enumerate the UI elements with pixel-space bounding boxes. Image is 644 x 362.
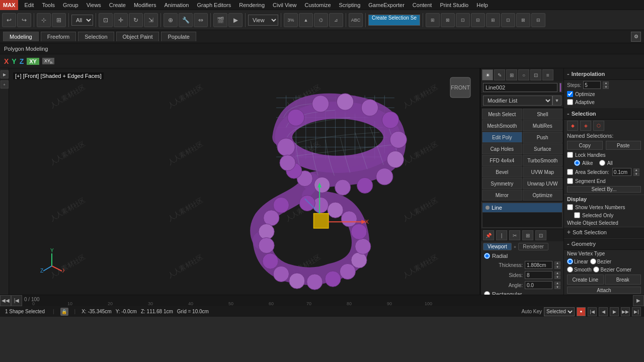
mod-mesh-select[interactable]: Mesh Select xyxy=(482,109,522,120)
optimize-checkbox[interactable] xyxy=(567,91,573,97)
select-by-btn[interactable]: Select By... xyxy=(567,186,641,193)
play-end-btn[interactable]: ▶| xyxy=(632,307,641,316)
selected-only-checkbox[interactable] xyxy=(574,212,580,218)
percent-2-btn[interactable]: ▲ xyxy=(299,13,313,27)
angle-spin-up[interactable]: ▲ xyxy=(554,282,560,285)
linear-radio[interactable] xyxy=(567,258,573,264)
render-btn[interactable]: ▶ xyxy=(228,13,243,27)
percent-3-btn[interactable]: ⌬ xyxy=(314,13,328,27)
interpolation-collapse[interactable]: - xyxy=(567,70,570,78)
menu-group[interactable]: Group xyxy=(59,0,83,10)
geometry-header[interactable]: - Geometry xyxy=(564,238,644,250)
coord-select[interactable]: View xyxy=(248,15,278,26)
extra-btn-3[interactable]: ⊡ xyxy=(456,13,470,27)
pivot-btn[interactable]: ⊕ xyxy=(164,13,178,27)
panel-tab-modify[interactable]: ✎ xyxy=(494,69,505,80)
axis-x-label[interactable]: X xyxy=(4,57,9,65)
thickness-input[interactable] xyxy=(525,261,552,269)
axis-y-label[interactable]: Y xyxy=(12,57,16,65)
mod-mirror[interactable]: Mirror xyxy=(482,190,522,201)
radial-radio[interactable] xyxy=(484,253,490,259)
play-next-frame-btn[interactable]: ▶▶ xyxy=(621,307,630,316)
mod-surface[interactable]: Surface xyxy=(523,143,563,154)
nav-cube[interactable]: FRONT xyxy=(445,72,475,103)
timeline-prev-btn[interactable]: ◀◀ xyxy=(0,295,11,306)
steps-input[interactable] xyxy=(583,81,601,89)
workspace-icon[interactable]: ⚙ xyxy=(631,32,641,42)
left-panel-btn-1[interactable]: ▶ xyxy=(1,70,9,78)
scale-btn[interactable]: ⇲ xyxy=(144,13,158,27)
auto-key-select[interactable]: Selected xyxy=(544,307,575,316)
panel-tab-utility[interactable]: ⊡ xyxy=(530,69,541,80)
select-filter-btn[interactable]: ⊡ xyxy=(99,13,113,27)
mirror-btn[interactable]: ⇔ xyxy=(194,13,208,27)
angle-spin-down[interactable]: ▼ xyxy=(554,286,560,289)
timeline-play-btn[interactable]: ▶ xyxy=(633,295,644,306)
steps-spin-down[interactable]: ▼ xyxy=(603,85,609,89)
alike-radio[interactable] xyxy=(574,160,580,166)
timeline-frame-start[interactable]: |◀ xyxy=(11,295,22,306)
tab-selection[interactable]: Selection xyxy=(78,32,114,41)
menu-modifiers[interactable]: Modifiers xyxy=(130,0,160,10)
selection-collapse[interactable]: - xyxy=(567,110,570,118)
extra-btn-4[interactable]: ⊟ xyxy=(471,13,485,27)
mod-meshsmooth[interactable]: MeshSmooth xyxy=(482,120,522,131)
rotate-btn[interactable]: ↻ xyxy=(129,13,143,27)
copy-btn[interactable]: Copy xyxy=(567,141,603,150)
menu-graph-editors[interactable]: Graph Editors xyxy=(193,0,235,10)
menu-content[interactable]: Content xyxy=(409,0,436,10)
area-spin-up[interactable]: ▲ xyxy=(633,168,639,172)
steps-spin-up[interactable]: ▲ xyxy=(603,81,609,85)
soft-selection-header[interactable]: + Soft Selection xyxy=(564,227,644,238)
modifier-list-arrow[interactable]: ▼ xyxy=(552,96,561,106)
smooth-radio[interactable] xyxy=(567,266,573,273)
snap-btn[interactable]: 🔧 xyxy=(179,13,193,27)
mod-optimize[interactable]: Optimize xyxy=(523,190,563,201)
mod-bevel[interactable]: Bevel xyxy=(482,166,522,177)
play-btn[interactable]: ▶ xyxy=(610,307,619,316)
menu-civil-view[interactable]: Civil View xyxy=(269,0,300,10)
sel-vertex-icon[interactable]: ◆ xyxy=(567,121,578,131)
mod-edit-poly[interactable]: Edit Poly xyxy=(482,132,522,143)
extra-btn-6[interactable]: ⊡ xyxy=(501,13,515,27)
sides-input[interactable] xyxy=(525,271,552,279)
create-selection-btn[interactable]: Create Selection Se xyxy=(368,15,420,26)
area-selection-input[interactable] xyxy=(612,168,631,176)
stack-pin-btn[interactable]: 📌 xyxy=(483,230,494,240)
key-btn[interactable]: ● xyxy=(577,307,586,316)
move-btn[interactable]: ✛ xyxy=(114,13,128,27)
select-region-btn[interactable]: ⊞ xyxy=(52,13,66,27)
create-line-btn[interactable]: Create Line xyxy=(567,275,604,285)
thickness-spin-up[interactable]: ▲ xyxy=(554,261,560,265)
menu-create[interactable]: Create xyxy=(105,0,130,10)
extra-btn-5[interactable]: ⊞ xyxy=(486,13,500,27)
menu-customize[interactable]: Customize xyxy=(301,0,335,10)
menu-views[interactable]: Views xyxy=(83,0,105,10)
mod-symmetry[interactable]: Symmetry xyxy=(482,178,522,189)
menu-tools[interactable]: Tools xyxy=(38,0,59,10)
mod-push[interactable]: Push xyxy=(523,132,563,143)
stack-paste-btn[interactable]: ⊡ xyxy=(535,230,546,240)
render-tab-renderer[interactable]: Renderer xyxy=(518,243,548,250)
rectangular-radio[interactable] xyxy=(484,291,490,295)
menu-animation[interactable]: Animation xyxy=(160,0,193,10)
render-setup-btn[interactable]: 🎬 xyxy=(213,13,227,27)
sel-edge-icon[interactable]: ◈ xyxy=(580,121,591,131)
mode-select[interactable]: All xyxy=(71,15,93,26)
tab-object-paint[interactable]: Object Paint xyxy=(116,32,159,41)
menu-help[interactable]: Help xyxy=(472,0,492,10)
extra-btn-8[interactable]: ⊟ xyxy=(531,13,545,27)
mod-uvw-map[interactable]: UVW Map xyxy=(523,166,563,177)
timeline-track[interactable]: 0 / 100 0 10 20 30 40 50 60 70 80 90 100 xyxy=(22,295,633,306)
undo-btn[interactable]: ↩ xyxy=(2,13,16,27)
angle-input[interactable] xyxy=(525,281,552,289)
bezier-radio[interactable] xyxy=(590,258,596,264)
axis-z-label[interactable]: Z xyxy=(20,57,24,65)
menu-game-exporter[interactable]: GameExporter xyxy=(364,0,409,10)
break-btn[interactable]: Break xyxy=(605,275,641,285)
stack-copy-btn[interactable]: ⊞ xyxy=(522,230,533,240)
panel-tab-hierarchy[interactable]: ⊞ xyxy=(506,69,517,80)
modifier-list-select[interactable]: Modifier List xyxy=(483,96,552,106)
mod-cap-holes[interactable]: Cap Holes xyxy=(482,143,522,154)
panel-tab-scripting[interactable]: ≡ xyxy=(542,69,553,80)
